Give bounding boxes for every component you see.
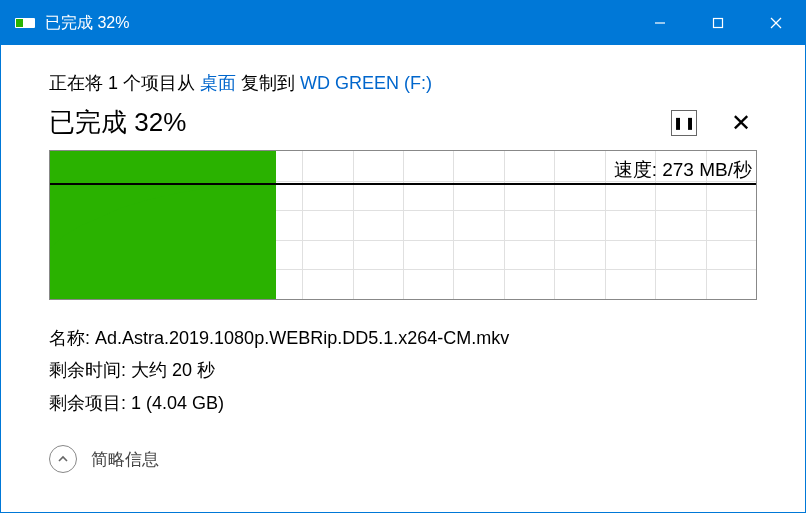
copy-prefix: 正在将 1 个项目从 — [49, 73, 200, 93]
window-title: 已完成 32% — [45, 13, 631, 34]
window-controls — [631, 1, 805, 45]
close-button[interactable] — [747, 1, 805, 45]
source-link[interactable]: 桌面 — [200, 73, 236, 93]
footer-row: 简略信息 — [49, 445, 757, 473]
progress-status: 已完成 32% — [49, 105, 671, 140]
speed-graph: 速度: 273 MB/秒 — [49, 150, 757, 300]
detail-time: 剩余时间: 大约 20 秒 — [49, 354, 757, 386]
collapse-label[interactable]: 简略信息 — [91, 448, 159, 471]
titlebar: 已完成 32% — [1, 1, 805, 45]
svg-rect-1 — [16, 19, 23, 27]
progress-row: 已完成 32% ❚❚ ✕ — [49, 105, 757, 140]
chevron-up-icon — [57, 453, 69, 465]
copy-progress-icon — [15, 16, 35, 30]
maximize-button[interactable] — [689, 1, 747, 45]
speed-marker-line — [50, 183, 756, 185]
detail-items: 剩余项目: 1 (4.04 GB) — [49, 387, 757, 419]
content-area: 正在将 1 个项目从 桌面 复制到 WD GREEN (F:) 已完成 32% … — [1, 45, 805, 512]
copy-mid: 复制到 — [236, 73, 300, 93]
destination-link[interactable]: WD GREEN (F:) — [300, 73, 432, 93]
cancel-button[interactable]: ✕ — [725, 111, 757, 135]
svg-rect-3 — [714, 19, 723, 28]
pause-button[interactable]: ❚❚ — [671, 110, 697, 136]
minimize-button[interactable] — [631, 1, 689, 45]
details-block: 名称: Ad.Astra.2019.1080p.WEBRip.DD5.1.x26… — [49, 322, 757, 419]
graph-lower-fill — [50, 151, 276, 299]
speed-label: 速度: 273 MB/秒 — [614, 157, 752, 183]
copy-description: 正在将 1 个项目从 桌面 复制到 WD GREEN (F:) — [49, 71, 757, 95]
detail-name: 名称: Ad.Astra.2019.1080p.WEBRip.DD5.1.x26… — [49, 322, 757, 354]
file-copy-window: 已完成 32% 正在将 1 个项目从 桌面 复制到 WD GREEN (F:) … — [0, 0, 806, 513]
collapse-toggle[interactable] — [49, 445, 77, 473]
